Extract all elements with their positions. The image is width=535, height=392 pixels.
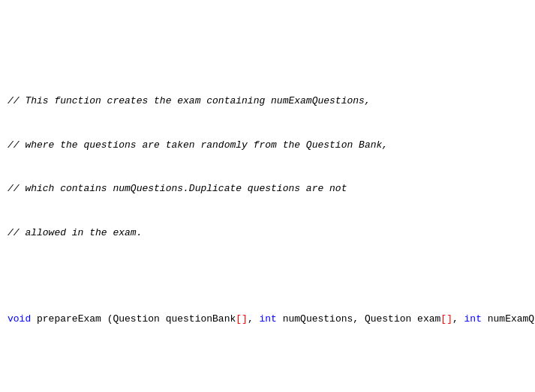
comment-line-3: // which contains numQuestions.Duplicate… bbox=[8, 181, 527, 196]
comment-line-4: // allowed in the exam. bbox=[8, 226, 527, 241]
empty-line bbox=[8, 356, 527, 370]
empty-line bbox=[8, 269, 527, 283]
comment-line-2: // where the questions are taken randoml… bbox=[8, 138, 527, 153]
code-editor: // This function creates the exam contai… bbox=[8, 6, 527, 392]
comment-line-1: // This function creates the exam contai… bbox=[8, 94, 527, 109]
section-prepare-exam: // This function creates the exam contai… bbox=[8, 64, 527, 392]
function-signature-1: void prepareExam (Question questionBank[… bbox=[8, 312, 527, 327]
